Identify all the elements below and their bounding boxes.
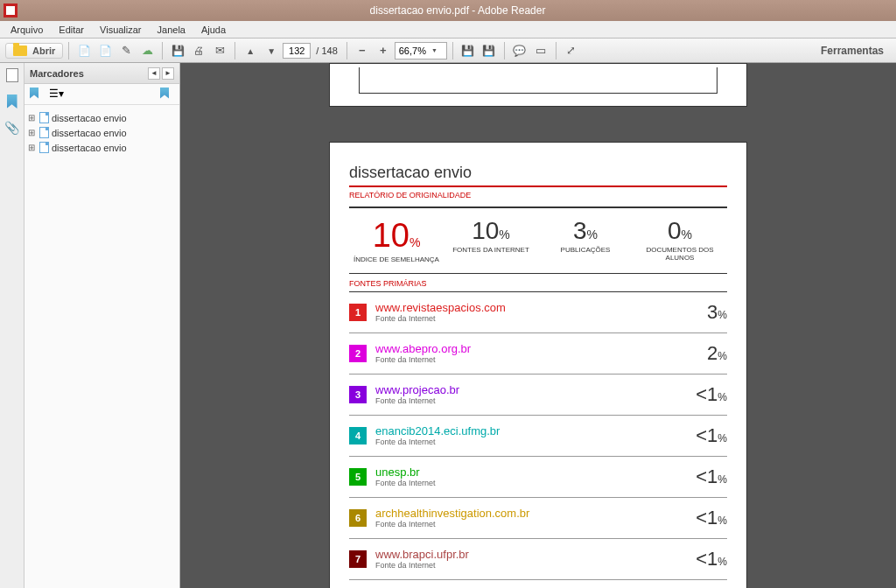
doc-icon <box>99 44 112 57</box>
panel-prev-button[interactable]: ◄ <box>148 67 160 80</box>
stat-label: FONTES DA INTERNET <box>444 247 538 255</box>
source-type: Fonte da Internet <box>375 561 687 570</box>
stat-value: 10 <box>472 217 499 244</box>
pct-sign: % <box>410 235 420 249</box>
save-button[interactable] <box>168 41 187 60</box>
source-badge: 2 <box>349 345 367 362</box>
source-row: 1 www.revistaespacios.comFonte da Intern… <box>349 292 727 333</box>
thumbnails-tab[interactable] <box>4 66 21 84</box>
panel-tool-options[interactable]: ☰▾ <box>49 88 63 102</box>
zoom-in-button[interactable] <box>374 41 393 60</box>
source-row: 8 www.bengu.cn <1% <box>349 580 727 588</box>
pct-sign: % <box>718 391 727 403</box>
report-subtitle: RELATÓRIO DE ORIGINALIDADE <box>349 189 727 208</box>
page-down-button[interactable] <box>262 41 281 60</box>
panel-tool-1[interactable] <box>30 88 44 102</box>
source-type: Fonte da Internet <box>375 438 687 446</box>
zoom-select[interactable]: 66,7% <box>395 42 447 60</box>
pct-sign: % <box>718 556 727 568</box>
pct-sign: % <box>718 514 727 527</box>
source-url: unesp.br <box>375 466 687 479</box>
doc-from-file-button[interactable] <box>74 41 94 60</box>
source-pct: <1 <box>696 466 718 487</box>
document-view[interactable]: dissertacao envio RELATÓRIO DE ORIGINALI… <box>180 63 896 588</box>
app-icon <box>4 4 18 18</box>
stats-row: 10% ÍNDICE DE SEMELHANÇA 10% FONTES DA I… <box>349 208 727 274</box>
pct-sign: % <box>718 350 727 362</box>
menu-arquivo[interactable]: Arquivo <box>4 23 50 37</box>
zoom-value: 66,7% <box>399 46 426 56</box>
arrow-down-icon <box>267 44 276 57</box>
save-copy2-button[interactable] <box>480 41 499 60</box>
zoom-out-button[interactable] <box>353 41 372 60</box>
panel-next-button[interactable]: ► <box>162 67 174 80</box>
open-button[interactable]: Abrir <box>5 43 63 59</box>
comment-icon <box>513 44 526 57</box>
export-pdf-button[interactable] <box>95 41 115 60</box>
source-row: 5 unesp.brFonte da Internet <1% <box>349 457 727 498</box>
source-url: www.abepro.org.br <box>375 342 698 355</box>
disk-icon <box>482 44 495 57</box>
print-icon <box>193 44 204 57</box>
ribbon-icon <box>30 88 38 99</box>
source-type: Fonte da Internet <box>375 314 698 323</box>
menu-visualizar[interactable]: Visualizar <box>93 23 149 37</box>
page-number-input[interactable] <box>283 43 311 59</box>
bookmark-item[interactable]: dissertacao envio <box>28 140 176 155</box>
toolbar: Abrir / 148 66,7% Ferramentas <box>0 38 896 63</box>
sources-header: FONTES PRIMÁRIAS <box>349 274 727 292</box>
panel-toolbar: ☰▾ <box>24 84 179 105</box>
source-type: Fonte da Internet <box>375 479 687 487</box>
stat-internet: 10% FONTES DA INTERNET <box>444 217 538 264</box>
pct-sign: % <box>682 228 692 242</box>
source-pct: 3 <box>707 301 718 323</box>
source-url: www.revistaespacios.com <box>375 301 698 314</box>
source-url: enancib2014.eci.ufmg.br <box>375 424 687 438</box>
source-badge: 5 <box>349 468 367 486</box>
pen-icon <box>122 44 131 57</box>
email-button[interactable] <box>210 41 229 60</box>
menu-editar[interactable]: Editar <box>52 23 91 37</box>
bookmarks-tab[interactable] <box>4 93 21 110</box>
comment-button[interactable] <box>510 41 529 60</box>
source-row: 3 www.projecao.brFonte da Internet <1% <box>349 374 727 416</box>
highlight-button[interactable] <box>531 41 550 60</box>
bookmark-item[interactable]: dissertacao envio <box>28 125 176 140</box>
cloud-icon <box>142 44 153 57</box>
menu-ajuda[interactable]: Ajuda <box>194 23 233 37</box>
attachments-tab[interactable] <box>4 119 21 136</box>
panel-header: Marcadores ◄ ► <box>24 63 179 84</box>
bookmark-item[interactable]: dissertacao envio <box>28 110 176 125</box>
source-badge: 3 <box>349 386 367 403</box>
paperclip-icon <box>4 121 19 135</box>
print-button[interactable] <box>189 41 208 60</box>
ribbon-icon <box>7 94 18 108</box>
arrow-up-icon <box>246 44 255 57</box>
bookmark-icon <box>39 127 49 138</box>
source-row: 2 www.abepro.org.brFonte da Internet 2% <box>349 333 727 374</box>
bookmark-icon <box>39 112 49 123</box>
page-up-button[interactable] <box>241 41 260 60</box>
stat-publications: 3% PUBLICAÇÕES <box>538 217 633 264</box>
prev-page-stub <box>329 63 747 107</box>
panel-tool-new[interactable] <box>160 88 174 102</box>
source-row: 7 www.brapci.ufpr.brFonte da Internet <1… <box>349 539 727 580</box>
source-badge: 6 <box>349 509 367 527</box>
edit-button[interactable] <box>116 41 136 60</box>
fullscreen-button[interactable] <box>562 41 581 60</box>
cloud-button[interactable] <box>137 41 157 60</box>
pct-sign: % <box>587 228 598 242</box>
menu-janela[interactable]: Janela <box>150 23 192 37</box>
tools-panel-toggle[interactable]: Ferramentas <box>814 45 891 57</box>
save-copy-button[interactable] <box>458 41 478 60</box>
source-pct: <1 <box>696 383 718 405</box>
source-pct: <1 <box>696 507 718 528</box>
source-badge: 7 <box>349 550 367 568</box>
bookmark-icon <box>39 142 49 153</box>
side-rail <box>0 63 24 588</box>
pdf-page: dissertacao envio RELATÓRIO DE ORIGINALI… <box>329 142 747 588</box>
stat-similarity: 10% ÍNDICE DE SEMELHANÇA <box>349 217 444 264</box>
stat-label: DOCUMENTOS DOS ALUNOS <box>633 247 727 262</box>
stat-value: 10 <box>373 217 410 254</box>
bookmark-label: dissertacao envio <box>52 143 127 153</box>
